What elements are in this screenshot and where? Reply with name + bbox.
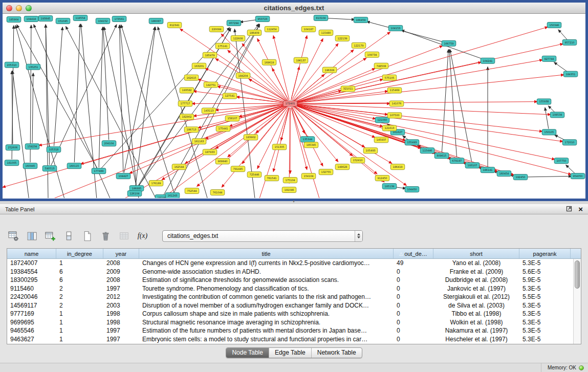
graph-node-label: 112454	[267, 28, 276, 31]
column-header-name[interactable]: name	[7, 249, 56, 258]
network-canvas[interactable]: 1859041044181938451510451185541041521735…	[3, 14, 585, 198]
tab-edge-table[interactable]: Edge Table	[269, 348, 312, 358]
graph-node-label: 115469	[389, 89, 399, 92]
network-graph[interactable]: 1859041044181938451510451185541041521735…	[3, 14, 585, 198]
graph-edge[interactable]	[294, 104, 551, 115]
graph-edge[interactable]	[119, 25, 123, 172]
graph-edge[interactable]	[103, 27, 109, 140]
graph-edge[interactable]	[185, 105, 287, 163]
memory-label: Memory: OK	[548, 365, 576, 370]
function-builder-button[interactable]: f(x)	[136, 229, 149, 243]
column-header-in_degree[interactable]: in_degree	[56, 249, 103, 258]
cell-out_degree: 0	[394, 293, 433, 301]
graph-edge[interactable]	[248, 107, 289, 198]
delete-table-button[interactable]	[99, 229, 113, 243]
vertical-scrollbar[interactable]	[573, 259, 581, 344]
graph-node-label: 761044	[212, 191, 222, 194]
graph-edge[interactable]	[554, 62, 568, 72]
graph-edge[interactable]	[221, 34, 287, 101]
table-row[interactable]: 1872400712008Changes of HCN gene express…	[7, 259, 581, 268]
table-row[interactable]: 969969511998Structural magnetic resonanc…	[7, 318, 581, 327]
graph-edge[interactable]	[294, 75, 564, 103]
graph-node-label: 118554	[75, 16, 85, 19]
import-table-button[interactable]	[117, 229, 131, 243]
table-options-button[interactable]	[7, 229, 20, 243]
graph-edge[interactable]	[324, 18, 355, 19]
graph-node-label: 151305	[274, 145, 284, 148]
cell-pagerank: 5.3E-5	[519, 259, 571, 268]
graph-edge[interactable]	[294, 69, 375, 102]
graph-edge[interactable]	[281, 107, 289, 140]
table-row[interactable]: 2242004622012Investigating the contribut…	[7, 293, 581, 301]
graph-edge[interactable]	[545, 107, 549, 128]
graph-edge[interactable]	[13, 71, 33, 198]
minimize-button[interactable]	[16, 5, 22, 11]
graph-edge[interactable]	[101, 28, 230, 168]
graph-node-label: 141076	[391, 102, 401, 105]
graph-edge[interactable]	[236, 97, 286, 103]
graph-edge[interactable]	[294, 104, 572, 174]
column-header-pagerank[interactable]: pagerank	[519, 249, 571, 258]
zoom-button[interactable]	[26, 5, 32, 11]
graph-node-label: 186713	[186, 128, 196, 131]
graph-edge[interactable]	[294, 104, 563, 142]
column-header-title[interactable]: title	[139, 249, 394, 258]
panel-splitter-handle[interactable]: ▾	[289, 200, 298, 204]
graph-edge[interactable]	[34, 25, 125, 198]
cell-year: 1997	[103, 285, 139, 293]
add-column-button[interactable]	[43, 229, 57, 243]
graph-edge[interactable]	[524, 176, 572, 177]
cell-short: Franke et al. (2009)	[433, 268, 519, 276]
column-header-year[interactable]: year	[103, 249, 139, 258]
graph-node-label: 132755	[321, 170, 331, 173]
table-row[interactable]: 1456911722003Disruption of a novel membe…	[7, 301, 581, 310]
close-panel-icon[interactable]: ×	[578, 206, 583, 212]
graph-edge[interactable]	[566, 165, 575, 173]
graph-edge[interactable]	[139, 24, 259, 186]
table-row[interactable]: 1938455462009Genome-wide association stu…	[7, 268, 581, 276]
trash-icon	[100, 231, 111, 242]
graph-edge[interactable]	[99, 27, 102, 167]
table-row[interactable]: 946362711997Embryonic stem cells: a mode…	[7, 335, 581, 344]
table-row[interactable]: 946554611997Estimation of the future num…	[7, 326, 581, 335]
graph-edge[interactable]	[294, 102, 537, 104]
graph-edge[interactable]	[120, 25, 136, 185]
graph-edge[interactable]	[291, 67, 299, 99]
graph-edge[interactable]	[558, 30, 567, 40]
tab-network-table[interactable]: Network Table	[312, 348, 362, 358]
column-header-short[interactable]: short	[433, 249, 519, 258]
graph-edge[interactable]	[115, 106, 287, 198]
tab-node-table[interactable]: Node Table	[226, 348, 269, 358]
graph-edge[interactable]	[242, 43, 288, 100]
table-row[interactable]: 911546021997Tourette syndrome. Phenomeno…	[7, 285, 581, 293]
show-columns-button[interactable]	[25, 229, 39, 243]
graph-edge[interactable]	[294, 44, 563, 103]
graph-edge[interactable]	[294, 27, 548, 103]
graph-node-label: 162544	[174, 165, 184, 168]
close-button[interactable]	[6, 5, 12, 11]
graph-edge[interactable]	[54, 27, 62, 146]
graph-edge[interactable]	[32, 73, 33, 143]
graph-edge[interactable]	[294, 60, 542, 103]
column-header-out_degree[interactable]: △out_de…	[394, 249, 433, 258]
add-row-button[interactable]	[62, 229, 76, 243]
cell-short: Jankovic et al. (1997)	[433, 285, 519, 293]
graph-edge[interactable]	[104, 27, 146, 198]
graph-edge[interactable]	[548, 106, 555, 113]
scrollbar-thumb[interactable]	[575, 260, 580, 289]
new-file-button[interactable]	[80, 229, 94, 243]
graph-edge[interactable]	[30, 25, 31, 162]
graph-edge[interactable]	[292, 38, 323, 100]
graph-node-label: 172401	[285, 102, 295, 105]
table-row[interactable]: 1830029562008Estimation of significance …	[7, 276, 581, 285]
graph-edge[interactable]	[273, 36, 289, 100]
table-selector-dropdown[interactable]: citations_edges.txt	[162, 230, 363, 242]
graph-edge[interactable]	[294, 106, 392, 164]
graph-edge[interactable]	[135, 27, 156, 190]
graph-edge[interactable]	[121, 25, 187, 198]
cell-short: Yano et al. (2008)	[433, 259, 519, 268]
table-row[interactable]: 977716911998Corpus callosum shape and si…	[7, 310, 581, 318]
graph-edge[interactable]	[129, 105, 287, 173]
graph-node-label: 954050	[573, 174, 582, 178]
float-panel-icon[interactable]	[566, 206, 572, 213]
